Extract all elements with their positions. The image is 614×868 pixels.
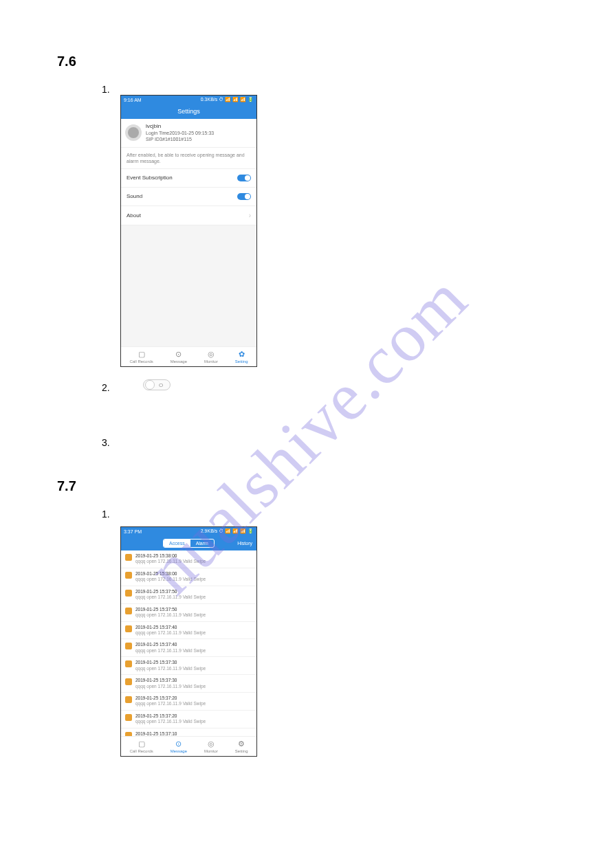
monitor-icon: ◎ — [208, 739, 215, 748]
sound-row[interactable]: Sound — [121, 188, 256, 206]
message-text: 2019-01-25 15:37:50qqqq open 172.16.11.9… — [135, 607, 206, 619]
message-text: 2019-01-25 15:37:40qqqq open 172.16.11.9… — [135, 642, 206, 654]
tab-monitor-label: Monitor — [204, 359, 218, 364]
message-text: 2019-01-25 15:37:50qqqq open 172.16.11.9… — [135, 589, 206, 601]
gear-icon: ⚙ — [238, 739, 245, 748]
message-detail: qqqq open 172.16.11.9 Valid Swipe — [135, 594, 206, 600]
profile-name: lvcjbin — [146, 123, 214, 130]
message-time: 2019-01-25 15:37:20 — [135, 695, 206, 701]
message-time: 2019-01-25 15:37:20 — [135, 713, 206, 719]
message-item-icon — [125, 625, 132, 632]
tab-setting[interactable]: ✿ Setting — [235, 350, 248, 364]
message-time: 2019-01-25 15:37:50 — [135, 589, 206, 594]
sound-label: Sound — [127, 193, 142, 199]
message-time: 2019-01-25 15:37:30 — [135, 660, 206, 665]
tab-monitor-label-2: Monitor — [204, 749, 218, 753]
section-heading-7-6: 7.6 — [57, 54, 76, 69]
message-item-icon — [125, 660, 132, 667]
message-row[interactable]: 2019-01-25 15:37:40qqqq open 172.16.11.9… — [121, 622, 256, 640]
settings-header: Settings — [121, 104, 256, 119]
message-text: 2019-01-25 15:37:20qqqq open 172.16.11.9… — [135, 713, 206, 725]
message-text: 2019-01-25 15:38:00qqqq open 172.16.11.9… — [135, 553, 206, 565]
call-records-icon: ▢ — [138, 739, 145, 748]
history-button[interactable]: History — [237, 541, 252, 546]
status-time-2: 3:37 PM — [124, 529, 142, 534]
sound-toggle[interactable] — [237, 193, 251, 200]
message-time: 2019-01-25 15:38:00 — [135, 571, 206, 577]
profile-login-time: Login Time2019-01-25 09:15:33 — [146, 130, 214, 136]
message-item-icon — [125, 572, 132, 579]
about-label: About — [127, 212, 141, 219]
message-row[interactable]: 2019-01-25 15:37:20qqqq open 172.16.11.9… — [121, 693, 256, 711]
segment-control: Access Alarm — [163, 539, 215, 548]
status-icons-2: 2.9KB/s ⏱ 📶 📶 📶 🔋 — [201, 528, 254, 534]
message-time: 2019-01-25 15:37:40 — [135, 642, 206, 647]
status-bar-2: 3:37 PM 2.9KB/s ⏱ 📶 📶 📶 🔋 — [121, 527, 256, 535]
message-time: 2019-01-25 15:37:50 — [135, 607, 206, 612]
tab-call-records-2[interactable]: ▢ Call Records — [129, 739, 153, 753]
message-time: 2019-01-25 15:37:40 — [135, 625, 206, 630]
list-number-1: 1. — [102, 84, 110, 95]
message-screenshot: 3:37 PM 2.9KB/s ⏱ 📶 📶 📶 🔋 Access Alarm H… — [120, 526, 257, 757]
message-item-icon — [125, 608, 132, 614]
message-item-icon — [125, 678, 132, 685]
tab-monitor-2[interactable]: ◎ Monitor — [204, 739, 218, 753]
chevron-right-icon: › — [249, 212, 251, 219]
section-heading-7-7: 7.7 — [57, 478, 76, 494]
event-subscription-row[interactable]: Event Subscription — [121, 169, 256, 188]
tab-message[interactable]: ⊙ Message — [171, 350, 187, 364]
message-item-icon — [125, 590, 132, 597]
message-detail: qqqq open 172.16.11.9 Valid Swipe — [135, 612, 206, 618]
profile-info: lvcjbin Login Time2019-01-25 09:15:33 SI… — [146, 123, 214, 143]
toggle-off-icon — [143, 379, 171, 390]
list-number-2: 2. — [102, 382, 110, 393]
about-row[interactable]: About › — [121, 206, 256, 225]
message-text: 2019-01-25 15:38:00qqqq open 172.16.11.9… — [135, 571, 206, 583]
message-time: 2019-01-25 15:37:30 — [135, 678, 206, 683]
message-row[interactable]: 2019-01-25 15:37:30qqqq open 172.16.11.9… — [121, 675, 256, 693]
message-row[interactable]: 2019-01-25 15:38:00qqqq open 172.16.11.9… — [121, 568, 256, 586]
tab-bar: ▢ Call Records ⊙ Message ◎ Monitor ✿ Set… — [121, 346, 256, 366]
message-detail: qqqq open 172.16.11.9 Valid Swipe — [135, 577, 206, 582]
tab-call-records-label: Call Records — [129, 359, 153, 364]
status-bar: 9:16 AM 0.3KB/s ⏱ 📶 📶 📶 🔋 — [121, 96, 256, 104]
tab-call-records-label-2: Call Records — [129, 749, 153, 753]
event-subscription-toggle[interactable] — [237, 175, 251, 181]
info-description: After enabled, be able to receive openin… — [121, 148, 256, 169]
message-detail: qqqq open 172.16.11.9 Valid Swipe — [135, 701, 206, 706]
tab-message-label: Message — [171, 359, 187, 364]
message-row[interactable]: 2019-01-25 15:37:50qqqq open 172.16.11.9… — [121, 586, 256, 604]
status-icons: 0.3KB/s ⏱ 📶 📶 📶 🔋 — [201, 97, 254, 102]
tab-message-2[interactable]: ⊙ Message — [171, 739, 187, 753]
tab-bar-2: ▢ Call Records ⊙ Message ◎ Monitor ⚙ Set… — [121, 736, 256, 756]
message-icon: ⊙ — [175, 350, 182, 359]
message-row[interactable]: 2019-01-25 15:37:50qqqq open 172.16.11.9… — [121, 604, 256, 622]
message-detail: qqqq open 172.16.11.9 Valid Swipe — [135, 648, 206, 654]
segment-access[interactable]: Access — [164, 539, 190, 547]
profile-row[interactable]: lvcjbin Login Time2019-01-25 09:15:33 SI… — [121, 119, 256, 148]
tab-call-records[interactable]: ▢ Call Records — [129, 350, 153, 364]
message-detail: qqqq open 172.16.11.9 Valid Swipe — [135, 684, 206, 689]
message-text: 2019-01-25 15:37:30qqqq open 172.16.11.9… — [135, 678, 206, 689]
segment-alarm[interactable]: Alarm — [190, 539, 214, 547]
message-item-icon — [125, 554, 132, 561]
list-number-7-7-1: 1. — [102, 509, 110, 520]
message-item-icon — [125, 714, 132, 721]
tab-setting-2[interactable]: ⚙ Setting — [235, 739, 248, 753]
tab-monitor[interactable]: ◎ Monitor — [204, 350, 218, 364]
message-row[interactable]: 2019-01-25 15:38:00qqqq open 172.16.11.9… — [121, 550, 256, 568]
monitor-icon: ◎ — [208, 350, 215, 359]
message-header: Access Alarm History — [121, 535, 256, 550]
status-time: 9:16 AM — [124, 98, 142, 102]
avatar — [125, 124, 142, 141]
call-records-icon: ▢ — [138, 350, 145, 359]
gear-icon: ✿ — [239, 350, 245, 359]
message-list[interactable]: 2019-01-25 15:38:00qqqq open 172.16.11.9… — [121, 550, 256, 738]
message-row[interactable]: 2019-01-25 15:37:20qqqq open 172.16.11.9… — [121, 711, 256, 728]
message-row[interactable]: 2019-01-25 15:37:30qqqq open 172.16.11.9… — [121, 657, 256, 675]
message-time: 2019-01-25 15:38:00 — [135, 553, 206, 559]
message-icon: ⊙ — [175, 739, 182, 748]
list-number-3: 3. — [102, 437, 110, 448]
tab-message-label-2: Message — [171, 749, 187, 753]
message-row[interactable]: 2019-01-25 15:37:40qqqq open 172.16.11.9… — [121, 639, 256, 657]
